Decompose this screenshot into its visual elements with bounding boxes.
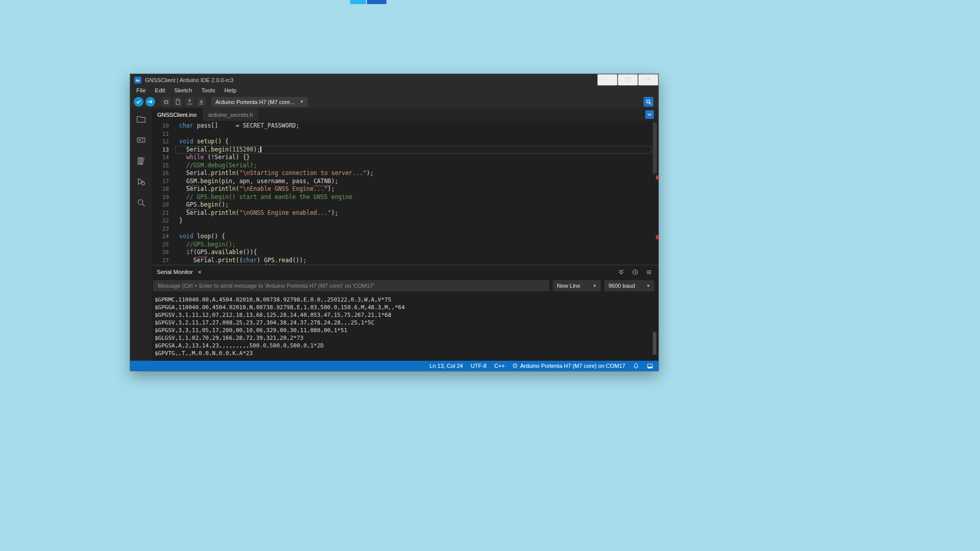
double-chevron-down-icon [618, 268, 625, 276]
editor-scrollbar[interactable] [653, 122, 657, 173]
code-text: GPS.begin(); [169, 201, 229, 209]
line-number: 24 [152, 233, 169, 241]
close-icon: ✕ [198, 269, 202, 275]
code-line-27[interactable]: 27 Serial.print((char) GPS.read()); [152, 257, 658, 265]
tab-GNSSClient.ino[interactable]: GNSSClient.ino [152, 108, 203, 121]
code-line-22[interactable]: 22} [152, 217, 658, 225]
cursor-position[interactable]: Ln 13, Col 24 [430, 363, 463, 369]
debug-button[interactable] [161, 97, 171, 107]
menu-help[interactable]: Help [219, 86, 241, 95]
line-number: 26 [152, 248, 169, 257]
menu-tools[interactable]: Tools [197, 86, 220, 95]
maximize-button[interactable] [618, 74, 638, 86]
menu-edit[interactable]: Edit [151, 86, 170, 95]
code-text: void loop() { [169, 233, 225, 241]
menu-sketch[interactable]: Sketch [169, 86, 197, 95]
toggle-panel-button[interactable] [647, 363, 653, 369]
serial-output-line: $GPGSV,3,1,11,12,07,212,18,13,68,125,28,… [155, 311, 658, 319]
code-line-21[interactable]: 21 Serial.println("\nGNSS Engine enabled… [152, 209, 658, 217]
save-button[interactable] [197, 97, 206, 107]
timestamp-toggle-button[interactable] [632, 269, 639, 276]
code-line-14[interactable]: 14 while (!Serial) {} [152, 154, 658, 162]
notifications-button[interactable] [633, 363, 639, 369]
line-number: 22 [152, 217, 169, 225]
window-title: GNSSClient | Arduino IDE 2.0.0-rc3 [145, 77, 233, 83]
code-line-16[interactable]: 16 Serial.println("\nStarting connection… [152, 169, 658, 178]
serial-scrollbar[interactable] [653, 332, 656, 355]
code-text: //GSM.debug(Serial); [169, 162, 257, 170]
code-line-13[interactable]: 13 Serial.begin(115200); [152, 146, 658, 154]
minimize-button[interactable] [597, 74, 618, 86]
books-icon [136, 156, 146, 166]
line-number: 10 [152, 122, 169, 130]
serial-monitor-tab[interactable]: Serial Monitor [157, 269, 193, 275]
line-number: 12 [152, 138, 169, 146]
code-text: void setup() { [169, 138, 229, 146]
code-text: } [169, 217, 183, 225]
minimize-icon [605, 80, 610, 80]
upload-button[interactable] [145, 97, 155, 107]
serial-monitor-close-button[interactable]: ✕ [198, 269, 202, 275]
sidebar-item-boards-manager[interactable] [134, 134, 148, 146]
clear-output-button[interactable] [646, 269, 652, 276]
chevron-down-icon [647, 112, 652, 117]
sidebar-item-library-manager[interactable] [134, 155, 148, 167]
serial-output-line: $GPGSV,3,2,11,17,27,098,25,23,27,304,38,… [155, 319, 658, 327]
board-status-text: Arduino Portenta H7 (M7 core) on COM17 [520, 363, 625, 369]
maximize-icon [626, 78, 630, 82]
editor-dropdown-button[interactable] [645, 110, 654, 119]
code-line-19[interactable]: 19 // GPS.begin() start and eanble the G… [152, 193, 658, 202]
baud-rate-dropdown[interactable]: 9600 baud ▼ [604, 280, 654, 291]
line-ending-dropdown[interactable]: New Line ▼ [553, 280, 601, 291]
code-line-18[interactable]: 18 Serial.println("\nEnable GNSS Engine.… [152, 185, 658, 193]
serial-output-line: $GPGGA,110040.00,4504.02010,N,00738.9279… [155, 304, 658, 311]
code-line-23[interactable]: 23 [152, 225, 658, 233]
tab-arduino_secrets.h[interactable]: arduino_secrets.h [203, 108, 259, 121]
code-line-10[interactable]: 10char pass[] = SECRET_PASSWORD; [152, 122, 658, 130]
serial-monitor-actions [618, 268, 652, 276]
sidebar-item-debug[interactable] [134, 176, 148, 188]
encoding-indicator[interactable]: UTF-8 [471, 363, 486, 369]
code-line-15[interactable]: 15 //GSM.debug(Serial); [152, 162, 658, 170]
verify-button[interactable] [134, 97, 143, 107]
board-selector-dropdown[interactable]: Arduino Portenta H7 (M7 core... ▼ [211, 97, 308, 107]
serial-monitor-button[interactable] [644, 97, 653, 107]
text-cursor [260, 146, 261, 153]
autoscroll-toggle-button[interactable] [618, 268, 625, 276]
title-bar: ∞ GNSSClient | Arduino IDE 2.0.0-rc3 ✕ [130, 74, 658, 86]
code-line-24[interactable]: 24void loop() { [152, 233, 658, 241]
serial-output[interactable]: $GPRMC,110040.00,A,4504.02010,N,00738.92… [152, 293, 658, 361]
code-line-17[interactable]: 17 GSM.begin(pin, apn, username, pass, C… [152, 178, 658, 186]
language-indicator[interactable]: C++ [494, 363, 505, 369]
menu-file[interactable]: File [132, 86, 151, 95]
bug-icon [163, 98, 169, 105]
code-line-26[interactable]: 26 if(GPS.available()){ [152, 248, 658, 257]
code-editor[interactable]: 10char pass[] = SECRET_PASSWORD;1112void… [152, 121, 658, 265]
sidebar-item-search[interactable] [134, 196, 148, 209]
chevron-down-icon: ▼ [593, 284, 597, 288]
arduino-ide-window: ∞ GNSSClient | Arduino IDE 2.0.0-rc3 ✕ F… [130, 74, 658, 371]
tab-bar-right [645, 108, 658, 121]
sidebar-item-sketchbook[interactable] [134, 113, 148, 125]
serial-input-row: New Line ▼ 9600 baud ▼ [152, 279, 658, 293]
board-connection-status[interactable]: Arduino Portenta H7 (M7 core) on COM17 [512, 363, 625, 369]
code-line-12[interactable]: 12void setup() { [152, 138, 658, 146]
close-button[interactable]: ✕ [638, 74, 658, 86]
code-text: while (!Serial) {} [169, 154, 250, 162]
line-number: 17 [152, 178, 169, 186]
open-button[interactable] [185, 97, 194, 107]
line-number: 15 [152, 162, 169, 170]
line-ending-value: New Line [557, 283, 587, 289]
toolbar: Arduino Portenta H7 (M7 core... ▼ [130, 95, 658, 108]
serial-output-line: $GPGSA,A,2,13,14,23,,,,,,,,,500.0,500.0,… [155, 342, 658, 349]
board-connected-icon [512, 363, 518, 368]
code-line-25[interactable]: 25 //GPS.begin(); [152, 241, 658, 249]
new-sketch-button[interactable] [173, 97, 183, 107]
code-text: Serial.println("\nEnable GNSS Engine..."… [169, 185, 335, 193]
code-line-11[interactable]: 11 [152, 130, 658, 138]
serial-message-input[interactable] [153, 280, 549, 291]
taskbar-fragment-1 [350, 0, 366, 4]
code-line-20[interactable]: 20 GPS.begin(); [152, 201, 658, 209]
error-ruler-mark [656, 235, 658, 239]
code-text: // GPS.begin() start and eanble the GNSS… [169, 193, 352, 202]
